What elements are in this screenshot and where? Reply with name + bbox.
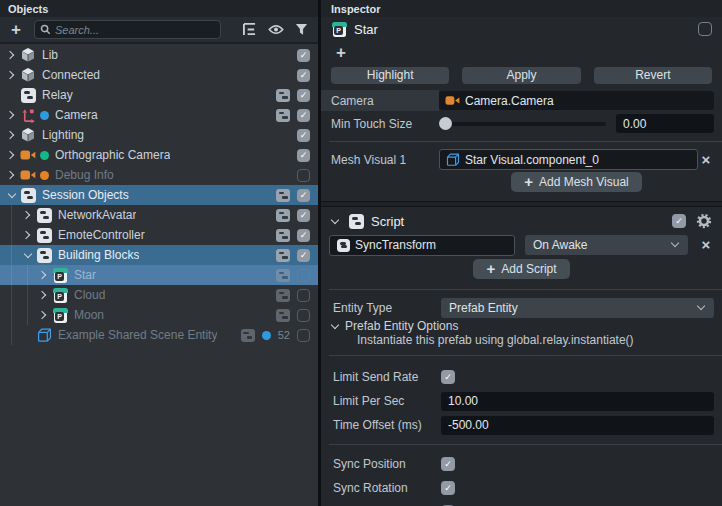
- tree-item-lighting[interactable]: Lighting: [0, 125, 318, 145]
- gear-icon[interactable]: [696, 213, 712, 229]
- tree-item-connected[interactable]: Connected: [0, 65, 318, 85]
- prefab-action-buttons: Highlight Apply Revert: [321, 64, 722, 90]
- active-checkbox[interactable]: [297, 129, 310, 142]
- active-checkbox[interactable]: [297, 169, 310, 182]
- tree-item-lib[interactable]: Lib: [0, 45, 318, 65]
- add-mesh-visual-button[interactable]: Add Mesh Visual: [511, 172, 642, 192]
- mesh-visual-row: Mesh Visual 1 Star Visual.component_0: [321, 149, 722, 170]
- chevron-right-icon[interactable]: [6, 129, 18, 141]
- green-dot-icon: [40, 151, 49, 160]
- script-badge-icon: [276, 229, 290, 242]
- remove-script-icon[interactable]: [698, 237, 714, 253]
- run-mode-dropdown[interactable]: On Awake: [525, 235, 688, 255]
- sync-scale-row: Sync Scale: [321, 500, 722, 506]
- sync-rotation-checkbox[interactable]: [441, 481, 455, 495]
- chevron-right-icon[interactable]: [6, 169, 18, 181]
- limit-send-rate-checkbox[interactable]: [441, 370, 455, 384]
- chevron-right-icon[interactable]: [38, 269, 50, 281]
- active-checkbox[interactable]: [297, 229, 310, 242]
- add-component-icon[interactable]: [333, 45, 349, 61]
- tree-item-cloud[interactable]: P Cloud: [0, 285, 318, 305]
- prefab-entity-options-label: Prefab Entity Options: [345, 319, 458, 333]
- chevron-down-icon[interactable]: [22, 249, 34, 261]
- entity-type-label: Entity Type: [321, 301, 441, 315]
- tree-item-relay[interactable]: Relay: [0, 85, 318, 105]
- script-name-field[interactable]: SyncTransform: [329, 235, 515, 256]
- remove-mesh-visual-icon[interactable]: [698, 152, 714, 168]
- active-checkbox[interactable]: [297, 149, 310, 162]
- chevron-down-icon[interactable]: [329, 320, 341, 332]
- tree-item-label: Lib: [42, 48, 58, 62]
- time-offset-input[interactable]: [441, 416, 714, 435]
- active-checkbox[interactable]: [297, 289, 310, 302]
- active-checkbox[interactable]: [297, 269, 310, 282]
- tree-item-debug-info[interactable]: Debug Info: [0, 165, 318, 185]
- script-section-header[interactable]: Script: [321, 209, 722, 233]
- tree-item-emotecontroller[interactable]: EmoteController: [0, 225, 318, 245]
- tree-item-label: NetworkAvatar: [58, 208, 136, 222]
- chevron-right-icon[interactable]: [6, 49, 18, 61]
- add-object-icon[interactable]: [8, 22, 24, 38]
- min-touch-size-input[interactable]: [616, 114, 714, 133]
- tree-item-orthographic-camera[interactable]: Orthographic Camera: [0, 145, 318, 165]
- time-offset-label: Time Offset (ms): [321, 418, 441, 432]
- tree-item-label: Connected: [42, 68, 100, 82]
- divider: [329, 289, 722, 290]
- entity-type-dropdown[interactable]: Prefab Entity: [441, 298, 714, 318]
- slider-track: [439, 122, 606, 126]
- chevron-down-icon[interactable]: [329, 215, 341, 227]
- chevron-right-icon[interactable]: [6, 109, 18, 121]
- apply-button[interactable]: Apply: [462, 67, 580, 84]
- tree-item-moon[interactable]: P Moon: [0, 305, 318, 325]
- sync-position-checkbox[interactable]: [441, 457, 455, 471]
- min-touch-size-slider[interactable]: [439, 114, 606, 133]
- add-script-button[interactable]: Add Script: [473, 259, 569, 279]
- script-icon: [336, 238, 350, 252]
- tree-item-building-blocks[interactable]: Building Blocks: [0, 245, 318, 265]
- tree-item-star[interactable]: P Star: [0, 265, 318, 285]
- visibility-eye-icon[interactable]: [267, 22, 284, 38]
- revert-button[interactable]: Revert: [594, 67, 712, 84]
- prefab-entity-options-row[interactable]: Prefab Entity Options: [321, 318, 722, 333]
- mesh-visual-field[interactable]: Star Visual.component_0: [439, 149, 698, 170]
- active-checkbox[interactable]: [297, 249, 310, 262]
- chevron-spacer: [6, 89, 18, 101]
- hierarchy-icon[interactable]: [241, 22, 258, 38]
- run-mode-value: On Awake: [533, 238, 587, 252]
- tree-item-session-objects[interactable]: Session Objects: [0, 185, 318, 205]
- active-checkbox[interactable]: [297, 329, 310, 342]
- prefab-icon: P: [52, 307, 68, 323]
- cube-3d-icon: [20, 67, 36, 83]
- chevron-right-icon[interactable]: [6, 69, 18, 81]
- active-checkbox[interactable]: [297, 189, 310, 202]
- camera-reference-field[interactable]: Camera.Camera: [439, 91, 714, 110]
- active-checkbox[interactable]: [297, 49, 310, 62]
- entity-enabled-checkbox[interactable]: [698, 22, 712, 36]
- active-checkbox[interactable]: [297, 309, 310, 322]
- plus-icon: [486, 260, 495, 278]
- filter-icon[interactable]: [293, 22, 310, 38]
- slider-knob[interactable]: [439, 117, 452, 130]
- search-box[interactable]: [34, 20, 221, 39]
- active-checkbox[interactable]: [297, 109, 310, 122]
- highlight-button[interactable]: Highlight: [331, 67, 449, 84]
- chevron-right-icon[interactable]: [38, 309, 50, 321]
- chevron-down-icon: [696, 303, 706, 313]
- limit-per-sec-input[interactable]: [441, 392, 714, 411]
- min-touch-size-label: Min Touch Size: [321, 117, 439, 131]
- chevron-right-icon[interactable]: [6, 149, 18, 161]
- active-checkbox[interactable]: [297, 89, 310, 102]
- chevron-right-icon[interactable]: [38, 289, 50, 301]
- tree-item-example-shared-scene-entity[interactable]: Example Shared Scene Entity 52: [0, 325, 318, 345]
- chevron-right-icon[interactable]: [22, 229, 34, 241]
- script-enabled-checkbox[interactable]: [672, 214, 686, 228]
- tree-item-networkavatar[interactable]: NetworkAvatar: [0, 205, 318, 225]
- mesh-visual-value: Star Visual.component_0: [465, 153, 599, 167]
- chevron-right-icon[interactable]: [22, 209, 34, 221]
- active-checkbox[interactable]: [297, 209, 310, 222]
- search-input[interactable]: [55, 24, 215, 36]
- active-checkbox[interactable]: [297, 69, 310, 82]
- tree-item-camera[interactable]: Camera: [0, 105, 318, 125]
- script-badge-icon: [276, 289, 290, 302]
- chevron-down-icon[interactable]: [6, 189, 18, 201]
